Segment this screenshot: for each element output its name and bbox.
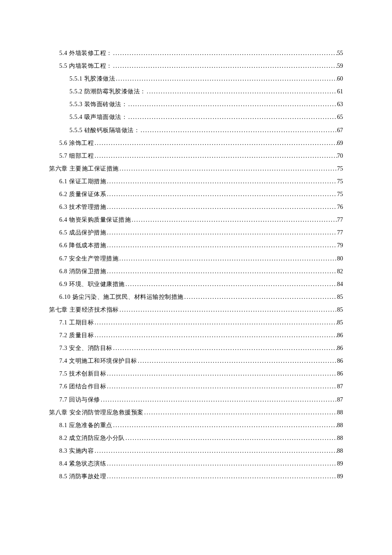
toc-entry-page: 86: [337, 329, 343, 342]
toc-entry-label: 第六章 主要施工保证措施: [49, 162, 119, 175]
toc-entry-label: 第七章 主要经济技术指标: [49, 304, 119, 316]
toc-entry-dots: [106, 367, 337, 380]
toc-entry-dots: [119, 162, 337, 175]
toc-entry-label: 6.4 物资采购质量保证措施: [59, 214, 131, 226]
toc-entry-label: 6.2 质量保证体系: [59, 188, 106, 201]
toc-entry-label: 5.4 外墙装修工程：: [59, 47, 112, 60]
toc-entry-dots: [106, 188, 337, 201]
toc-entry: 7.2 质量目标86: [49, 329, 343, 342]
toc-entry-page: 77: [337, 214, 343, 226]
toc-entry-page: 85: [337, 316, 343, 329]
toc-entry: 8.4 紧急状态演练89: [49, 457, 343, 470]
toc-entry: 6.3 技术管理措施76: [49, 201, 343, 214]
toc-entry-dots: [94, 445, 337, 457]
toc-entry: 8.5 消防事故处理89: [49, 470, 343, 483]
toc-entry-page: 60: [337, 72, 343, 85]
toc-entry-label: 8.4 紧急状态演练: [59, 457, 106, 470]
toc-entry-page: 67: [337, 124, 343, 137]
toc-entry: 6.1 保证工期措施75: [49, 175, 343, 188]
toc-entry-dots: [115, 72, 337, 85]
toc-entry: 第六章 主要施工保证措施75: [49, 162, 343, 175]
toc-entry-label: 6.10 扬尘污染、施工扰民、材料运输控制措施: [59, 291, 184, 304]
toc-entry-page: 69: [337, 137, 343, 150]
toc-entry: 6.5 成品保护措施77: [49, 226, 343, 239]
toc-entry: 7.3 安全、消防目标86: [49, 342, 343, 355]
toc-entry: 6.4 物资采购质量保证措施77: [49, 214, 343, 226]
toc-entry: 5.5 内墙装饰工程：59: [49, 60, 343, 72]
toc-entry-label: 8.1 应急准备的重点: [59, 419, 112, 432]
toc-entry-page: 88: [337, 432, 343, 445]
toc-entry: 5.7 细部工程70: [49, 150, 343, 162]
toc-entry: 7.7 回访与保修87: [49, 393, 343, 406]
toc-entry-page: 86: [337, 355, 343, 367]
toc-entry-page: 63: [337, 98, 343, 111]
toc-entry-label: 6.5 成品保护措施: [59, 226, 106, 239]
toc-entry-dots: [106, 380, 337, 393]
toc-entry-page: 65: [337, 111, 343, 124]
toc-entry: 6.9 环境、职业健康措施84: [49, 278, 343, 291]
toc-entry-label: 5.5 内墙装饰工程：: [59, 60, 112, 72]
toc-entry: 7.1 工期目标85: [49, 316, 343, 329]
toc-entry-dots: [100, 393, 337, 406]
toc-entry-page: 89: [337, 470, 343, 483]
toc-entry: 第七章 主要经济技术指标85: [49, 304, 343, 316]
toc-entry-label: 5.5.5 硅酸钙板隔墙做法：: [69, 124, 140, 137]
toc-entry-page: 77: [337, 226, 343, 239]
toc-entry-dots: [112, 419, 337, 432]
toc-entry: 6.7 安全生产管理措施80: [49, 252, 343, 265]
toc-entry-label: 5.7 细部工程: [59, 150, 94, 162]
toc-entry-dots: [112, 47, 337, 60]
toc-entry-label: 6.8 消防保卫措施: [59, 265, 106, 278]
toc-entry-dots: [127, 111, 337, 124]
toc-entry: 6.6 降低成本措施79: [49, 239, 343, 252]
table-of-contents: 5.4 外墙装修工程：555.5 内墙装饰工程：595.5.1 乳胶漆做法605…: [49, 47, 343, 483]
toc-entry-dots: [112, 342, 337, 355]
toc-entry-dots: [94, 316, 337, 329]
toc-entry-page: 76: [337, 201, 343, 214]
toc-entry-dots: [125, 432, 337, 445]
toc-entry-label: 8.5 消防事故处理: [59, 470, 106, 483]
toc-entry-dots: [118, 252, 337, 265]
toc-entry: 8.2 成立消防应急小分队88: [49, 432, 343, 445]
toc-entry-dots: [146, 85, 337, 98]
toc-entry-dots: [140, 124, 337, 137]
toc-entry-page: 85: [337, 304, 343, 316]
toc-entry: 5.4 外墙装修工程：55: [49, 47, 343, 60]
toc-entry-label: 5.5.3 装饰面砖做法：: [69, 98, 127, 111]
toc-entry-page: 87: [337, 393, 343, 406]
toc-entry-label: 7.1 工期目标: [59, 316, 94, 329]
toc-entry-label: 7.2 质量目标: [59, 329, 94, 342]
toc-entry-label: 7.5 技术创新目标: [59, 367, 106, 380]
toc-entry-page: 82: [337, 265, 343, 278]
toc-entry-dots: [106, 239, 337, 252]
toc-entry: 8.3 实施内容88: [49, 445, 343, 457]
toc-entry-page: 75: [337, 188, 343, 201]
toc-entry-dots: [125, 278, 337, 291]
toc-entry-label: 6.7 安全生产管理措施: [59, 252, 118, 265]
toc-entry-page: 70: [337, 150, 343, 162]
toc-entry-dots: [127, 98, 337, 111]
toc-entry-page: 75: [337, 162, 343, 175]
toc-entry: 6.10 扬尘污染、施工扰民、材料运输控制措施85: [49, 291, 343, 304]
toc-entry-dots: [106, 175, 337, 188]
toc-entry-dots: [112, 60, 337, 72]
toc-entry-page: 86: [337, 342, 343, 355]
toc-entry-label: 8.3 实施内容: [59, 445, 94, 457]
toc-entry-page: 84: [337, 278, 343, 291]
toc-entry-label: 5.5.4 吸声墙面做法：: [69, 111, 127, 124]
toc-entry: 7.4 文明施工和环境保护目标86: [49, 355, 343, 367]
toc-entry-dots: [144, 406, 337, 419]
toc-entry-dots: [94, 137, 337, 150]
toc-entry: 7.6 团结合作目标87: [49, 380, 343, 393]
toc-entry-page: 88: [337, 419, 343, 432]
toc-entry: 6.8 消防保卫措施82: [49, 265, 343, 278]
toc-entry-label: 6.3 技术管理措施: [59, 201, 106, 214]
toc-entry-page: 59: [337, 60, 343, 72]
toc-entry-page: 79: [337, 239, 343, 252]
toc-entry-dots: [131, 214, 337, 226]
toc-entry-dots: [106, 457, 337, 470]
toc-entry-dots: [119, 304, 337, 316]
toc-entry-dots: [94, 329, 337, 342]
toc-entry-page: 87: [337, 380, 343, 393]
toc-entry-label: 7.7 回访与保修: [59, 393, 100, 406]
